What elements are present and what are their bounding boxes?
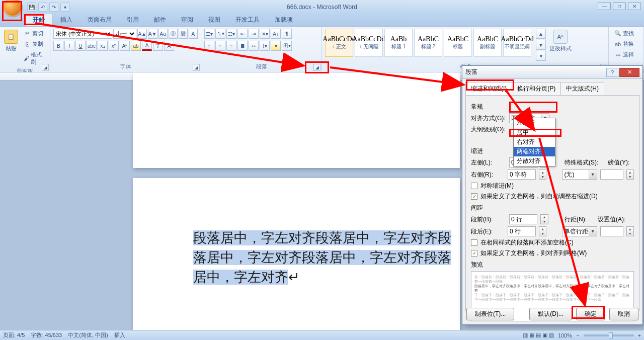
by-spinner[interactable]: ▲▼	[626, 169, 634, 180]
bold-button[interactable]: B	[53, 41, 63, 51]
underline-button[interactable]: U	[75, 41, 86, 51]
align-right-button[interactable]: ≡	[226, 41, 236, 51]
align-left-button[interactable]: ≡	[204, 41, 214, 51]
strike-button[interactable]: abc	[87, 41, 97, 51]
font-name-select[interactable]: 宋体 (中文正文)	[53, 29, 112, 39]
tab-insert[interactable]: 插入	[53, 14, 79, 26]
bullets-button[interactable]: ☰▾	[204, 29, 214, 39]
tabs-button[interactable]: 制表位(T)...	[466, 308, 514, 320]
styles-row-down[interactable]: ▼	[536, 40, 546, 50]
status-lang[interactable]: 中文(简体, 中国)	[68, 331, 108, 339]
align-dropdown[interactable]: 左对齐居中右对齐两端对齐分散对齐	[513, 118, 555, 166]
font-color-button[interactable]: A	[142, 41, 152, 51]
clear-format-button[interactable]: Ⓐ	[169, 29, 178, 39]
font-size-select[interactable]: 小一	[113, 29, 137, 39]
cancel-button[interactable]: 取消	[609, 308, 638, 320]
document-page-2[interactable]: 段落居中，字左对齐段落居中，字左对齐段落居中，字左对齐段落居中，字左对齐段落居中…	[133, 178, 460, 330]
change-case-button[interactable]: Aa	[158, 29, 168, 39]
style-card-2[interactable]: AaBb标题 1	[384, 29, 413, 57]
status-words[interactable]: 字数: 45/633	[31, 331, 62, 339]
shrink-font-button[interactable]: A▼	[148, 29, 157, 39]
styles-expand[interactable]: ▾	[536, 51, 546, 61]
zoom-out[interactable]: −	[576, 332, 579, 338]
view-buttons[interactable]: ▥ ▦ ▤ ▣ ▧	[523, 332, 554, 338]
document-page-1[interactable]	[133, 72, 460, 168]
sort-button[interactable]: A↓	[271, 29, 281, 39]
by-input[interactable]	[600, 169, 623, 180]
enclose-button[interactable]: A	[189, 29, 198, 39]
qat-redo[interactable]: ↷	[49, 3, 58, 12]
indent-right-input[interactable]	[508, 169, 536, 180]
style-gallery[interactable]: AaBbCcDd↓ 正文AaBbCcDd↓ 无间隔AaBb标题 1AaBbC标题…	[325, 29, 532, 57]
at-spinner[interactable]: ▲▼	[626, 226, 634, 236]
find-button[interactable]: 🔍查找	[612, 29, 640, 38]
cut-button[interactable]: ✂剪切	[21, 29, 47, 38]
borders-button[interactable]: 田▾	[282, 41, 292, 51]
text-effects-button[interactable]: Aᵃ	[120, 41, 130, 51]
dialog-close-button[interactable]: ✕	[619, 68, 639, 77]
align-center-button[interactable]: ≡	[215, 41, 225, 51]
no-space-checkbox[interactable]	[471, 239, 477, 246]
tab-references[interactable]: 引用	[120, 14, 146, 26]
paragraph-launcher[interactable]: ◢	[313, 64, 320, 71]
mirror-checkbox[interactable]	[471, 183, 477, 189]
select-button[interactable]: ▭选择	[612, 50, 640, 59]
zoom-in[interactable]: +	[638, 332, 641, 338]
tab-view[interactable]: 视图	[201, 14, 227, 26]
tab-review[interactable]: 审阅	[174, 14, 200, 26]
italic-button[interactable]: I	[64, 41, 74, 51]
dialog-tab-asian[interactable]: 中文版式(H)	[560, 82, 604, 95]
asian-layout-button[interactable]: ✕▾	[260, 29, 270, 39]
style-card-3[interactable]: AaBbC标题 2	[414, 29, 442, 57]
qat-save[interactable]: 💾	[27, 3, 36, 12]
align-option-2[interactable]: 右对齐	[514, 137, 555, 147]
tab-home[interactable]: 开始	[25, 13, 52, 26]
show-marks-button[interactable]: ¶	[282, 29, 292, 39]
distribute-button[interactable]: ⇿	[249, 41, 259, 51]
style-card-5[interactable]: AaBbC副标题	[473, 29, 502, 57]
increase-indent-button[interactable]: ⇥	[249, 29, 259, 39]
style-card-4[interactable]: AaBbC标题	[444, 29, 472, 57]
align-option-4[interactable]: 分散对齐	[514, 156, 555, 166]
dialog-tab-indent[interactable]: 缩进和间距(I)	[465, 82, 512, 95]
snap-grid-checkbox[interactable]: ✓	[471, 250, 477, 257]
dialog-titlebar[interactable]: 段落 ? ✕	[462, 66, 642, 79]
document-text[interactable]: 段落居中，字左对齐段落居中，字左对齐段落居中，字左对齐段落居中，字左对齐段落居中…	[193, 228, 455, 287]
replace-button[interactable]: ab替换	[612, 39, 640, 49]
align-option-0[interactable]: 左对齐	[514, 118, 555, 128]
line-spacing-button[interactable]: ‡▾	[260, 41, 270, 51]
copy-button[interactable]: ⎘复制	[21, 39, 47, 49]
style-card-1[interactable]: AaBbCcDd↓ 无间隔	[355, 29, 383, 57]
change-styles-button[interactable]: Aᴬ 更改样式	[548, 29, 573, 53]
grow-font-button[interactable]: A▲	[137, 29, 147, 39]
phonetic-button[interactable]: 變	[179, 29, 188, 39]
highlight-button[interactable]: ab	[131, 41, 141, 51]
before-spinner[interactable]: ▲▼	[540, 214, 548, 224]
default-button[interactable]: 默认(D)...	[529, 308, 572, 320]
align-justify-button[interactable]: ≣	[237, 41, 248, 51]
auto-adjust-checkbox[interactable]: ✓	[471, 193, 477, 200]
clipboard-launcher[interactable]: ◢	[42, 64, 49, 71]
numbering-button[interactable]: ⒈▾	[215, 29, 225, 39]
status-zoom[interactable]: 100%	[558, 332, 572, 338]
indent-right-spinner[interactable]: ▲▼	[539, 169, 546, 180]
superscript-button[interactable]: x²	[109, 41, 119, 51]
at-input[interactable]	[600, 226, 623, 236]
maximize-button[interactable]: □	[613, 2, 626, 10]
status-mode[interactable]: 插入	[114, 331, 125, 339]
qat-undo[interactable]: ↶	[38, 3, 47, 12]
subscript-button[interactable]: x₂	[98, 41, 108, 51]
tab-developer[interactable]: 开发工具	[228, 14, 267, 26]
paste-button[interactable]: 📋 粘贴	[3, 29, 19, 67]
qat-more[interactable]: ▾	[60, 3, 69, 12]
status-page[interactable]: 页面: 4/5	[3, 331, 25, 339]
special-combo[interactable]: (无)▼	[562, 169, 597, 180]
tab-addins[interactable]: 加载项	[268, 14, 300, 26]
after-spinner[interactable]: ▲▼	[539, 226, 546, 236]
before-input[interactable]	[509, 214, 537, 224]
minimize-button[interactable]: —	[598, 2, 611, 10]
dialog-tab-linebreak[interactable]: 换行和分页(P)	[512, 82, 561, 95]
tab-mailings[interactable]: 邮件	[147, 14, 173, 26]
decrease-indent-button[interactable]: ⇤	[237, 29, 248, 39]
tab-page-layout[interactable]: 页面布局	[80, 14, 119, 26]
